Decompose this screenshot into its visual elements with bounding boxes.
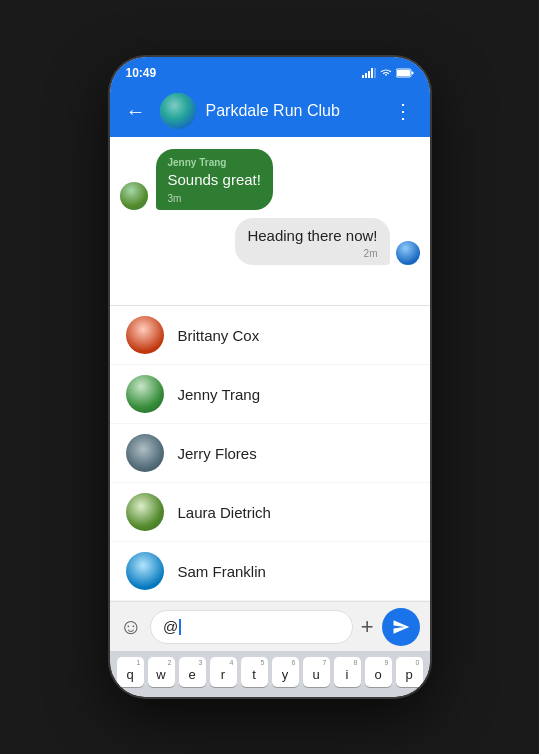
back-button[interactable]: ←	[122, 96, 150, 127]
add-button[interactable]: +	[361, 614, 374, 640]
key-w[interactable]: 2w	[148, 657, 175, 687]
mention-avatar	[126, 375, 164, 413]
top-bar: ← Parkdale Run Club ⋮	[110, 85, 430, 137]
avatar-self	[396, 241, 420, 265]
svg-rect-1	[365, 73, 367, 78]
chat-area: Jenny Trang Sounds great! 3m Heading the…	[110, 137, 430, 305]
svg-rect-0	[362, 75, 364, 78]
mention-item[interactable]: Jerry Flores	[110, 424, 430, 483]
mention-item[interactable]: Jenny Trang	[110, 365, 430, 424]
svg-rect-6	[397, 70, 410, 76]
mention-list: Brittany CoxJenny TrangJerry FloresLaura…	[110, 305, 430, 601]
keyboard: 1q2w3e4r5t6y7u8i9o0p	[110, 651, 430, 697]
mention-item[interactable]: Brittany Cox	[110, 306, 430, 365]
key-number: 3	[199, 659, 203, 666]
key-number: 9	[385, 659, 389, 666]
status-bar: 10:49	[110, 57, 430, 85]
key-letter: t	[252, 667, 256, 682]
mention-item[interactable]: Sam Franklin	[110, 542, 430, 601]
message-text: Sounds great!	[168, 170, 261, 190]
message-sender: Jenny Trang	[168, 157, 261, 168]
key-number: 5	[261, 659, 265, 666]
mention-avatar	[126, 552, 164, 590]
status-icons	[362, 68, 414, 78]
phone-shell: 10:49	[110, 57, 430, 697]
battery-icon	[396, 68, 414, 78]
key-letter: u	[312, 667, 319, 682]
key-letter: p	[405, 667, 412, 682]
key-t[interactable]: 5t	[241, 657, 268, 687]
message-sent: Heading there now! 2m	[110, 214, 430, 270]
key-o[interactable]: 9o	[365, 657, 392, 687]
message-time: 3m	[168, 193, 261, 204]
keyboard-row-1: 1q2w3e4r5t6y7u8i9o0p	[114, 657, 426, 687]
message-time-sent: 2m	[247, 248, 377, 259]
message-input-wrapper[interactable]: @	[150, 610, 353, 644]
signal-icon	[362, 68, 376, 78]
avatar-jenny-trang	[120, 182, 148, 210]
key-number: 7	[323, 659, 327, 666]
key-r[interactable]: 4r	[210, 657, 237, 687]
message-bubble-received: Jenny Trang Sounds great! 3m	[156, 149, 273, 210]
group-avatar	[160, 93, 196, 129]
group-name: Parkdale Run Club	[206, 102, 379, 120]
key-number: 4	[230, 659, 234, 666]
key-number: 2	[168, 659, 172, 666]
svg-rect-4	[374, 68, 376, 78]
key-q[interactable]: 1q	[117, 657, 144, 687]
emoji-button[interactable]: ☺	[120, 614, 142, 640]
mention-name: Brittany Cox	[178, 327, 260, 344]
key-letter: o	[374, 667, 381, 682]
svg-rect-2	[368, 71, 370, 78]
key-letter: w	[156, 667, 165, 682]
key-letter: y	[282, 667, 289, 682]
key-e[interactable]: 3e	[179, 657, 206, 687]
key-p[interactable]: 0p	[396, 657, 423, 687]
key-number: 8	[354, 659, 358, 666]
at-symbol: @	[163, 618, 178, 635]
key-number: 1	[137, 659, 141, 666]
mention-avatar	[126, 434, 164, 472]
message-received: Jenny Trang Sounds great! 3m	[110, 145, 430, 214]
mention-name: Jenny Trang	[178, 386, 261, 403]
key-number: 0	[416, 659, 420, 666]
key-u[interactable]: 7u	[303, 657, 330, 687]
mention-name: Laura Dietrich	[178, 504, 271, 521]
key-letter: r	[221, 667, 225, 682]
mention-name: Jerry Flores	[178, 445, 257, 462]
input-cursor	[179, 619, 181, 635]
mention-avatar	[126, 493, 164, 531]
status-time: 10:49	[126, 66, 157, 80]
input-bar: ☺ @ +	[110, 601, 430, 651]
svg-rect-3	[371, 68, 373, 78]
svg-rect-7	[411, 72, 413, 75]
send-button[interactable]	[382, 608, 420, 646]
key-y[interactable]: 6y	[272, 657, 299, 687]
mention-item[interactable]: Laura Dietrich	[110, 483, 430, 542]
key-letter: i	[346, 667, 349, 682]
key-letter: e	[188, 667, 195, 682]
group-avatar-inner	[160, 93, 196, 129]
phone-screen: 10:49	[110, 57, 430, 697]
key-number: 6	[292, 659, 296, 666]
wifi-icon	[380, 68, 392, 78]
menu-button[interactable]: ⋮	[389, 95, 418, 127]
key-i[interactable]: 8i	[334, 657, 361, 687]
mention-avatar	[126, 316, 164, 354]
send-icon	[392, 618, 410, 636]
mention-name: Sam Franklin	[178, 563, 266, 580]
key-letter: q	[126, 667, 133, 682]
message-text-sent: Heading there now!	[247, 226, 377, 246]
message-bubble-sent: Heading there now! 2m	[235, 218, 389, 266]
